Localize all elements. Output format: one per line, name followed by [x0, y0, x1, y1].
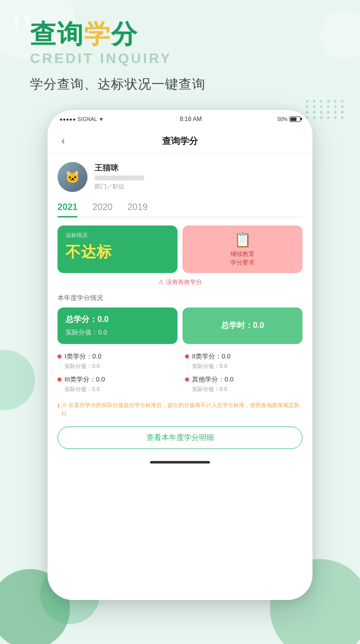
credit-item-3-sub: 实际分值：0.0 — [58, 386, 175, 393]
nav-title: 查询学分 — [162, 135, 198, 147]
header-area: 查询学分 CREDIT INQUIRY 学分查询、达标状况一键查询 — [30, 20, 206, 93]
status-battery: 50% — [278, 116, 300, 122]
user-avatar: 🐱 — [58, 162, 88, 192]
view-detail-button[interactable]: 查看本年度学分明细 — [58, 426, 302, 449]
page-title-en: CREDIT INQUIRY — [30, 50, 206, 66]
credit-item-2-sub: 实际分值：0.0 — [185, 362, 302, 370]
credit-item-3: III类学分：0.0 实际分值：0.0 — [58, 375, 175, 393]
user-profile: 🐱 王猫咪 部门／职位 — [58, 162, 302, 192]
status-card-green: 达标情况 不达标 — [58, 226, 178, 273]
nav-bar: ‹ 查询学分 — [48, 128, 312, 154]
year-tab-2021[interactable]: 2021 — [58, 202, 78, 216]
bg-circle-left — [0, 350, 35, 410]
warning-icon: ⚠ — [158, 278, 164, 286]
status-time: 8:16 AM — [180, 116, 202, 122]
status-card-pink: 📋 继续教育 学分要求 — [182, 226, 302, 273]
credit-item-2: II类学分：0.0 实际分值：0.0 — [185, 352, 302, 370]
status-card-label: 达标情况 — [66, 232, 170, 239]
red-dot-1 — [58, 354, 62, 358]
page-subtitle: 学分查询、达标状况一键查询 — [30, 76, 206, 93]
home-indicator — [58, 457, 302, 468]
status-signal: ●●●●● SIGNAL ▼ — [60, 116, 104, 122]
total-hours-value: 总学时：0.0 — [221, 320, 264, 331]
user-id-placeholder — [94, 176, 144, 180]
battery-fill — [290, 118, 296, 121]
total-hours-card: 总学时：0.0 — [182, 308, 302, 344]
year-tabs: 2021 2020 2019 — [58, 202, 302, 218]
red-dot-2 — [185, 354, 189, 358]
year-tab-2019[interactable]: 2019 — [128, 202, 148, 216]
credit-item-3-title: III类学分：0.0 — [58, 375, 175, 384]
back-button[interactable]: ‹ — [58, 131, 69, 150]
credit-req-icon: 📋 — [234, 232, 252, 248]
credit-item-4-title: 其他学分：0.0 — [185, 375, 302, 384]
status-bar: ●●●●● SIGNAL ▼ 8:16 AM 50% — [48, 110, 312, 128]
no-credit-notice: ⚠ 没有有效学分 — [58, 278, 302, 286]
home-bar — [150, 461, 210, 464]
total-credit-card: 总学分：0.0 实际分值：0.0 — [58, 308, 178, 344]
user-info: 王猫咪 部门／职位 — [94, 163, 302, 191]
notice-icon: ℹ — [58, 402, 60, 418]
summary-section-title: 本年度学分情况 — [58, 294, 302, 302]
bg-dots — [306, 100, 345, 119]
notice-text: ℹ ※ 在某些学分的实际分值超出学分标准后，超出的分值将不计入总学分标准，按照各… — [58, 401, 302, 418]
battery-icon — [290, 116, 300, 122]
status-cards: 达标情况 不达标 📋 继续教育 学分要求 — [58, 226, 302, 273]
credit-item-1-title: I类学分：0.0 — [58, 352, 175, 361]
avatar-image: 🐱 — [58, 162, 88, 192]
credit-item-4: 其他学分：0.0 实际分值：0.0 — [185, 375, 302, 393]
user-name: 王猫咪 — [94, 163, 302, 174]
credit-detail-grid: I类学分：0.0 实际分值：0.0 II类学分：0.0 实际分值：0.0 III… — [58, 352, 302, 393]
year-tab-2020[interactable]: 2020 — [92, 202, 112, 216]
credit-req-desc: 继续教育 学分要求 — [230, 250, 254, 267]
phone-content: 🐱 王猫咪 部门／职位 2021 2020 2019 达标情况 不达标 📋 — [48, 154, 312, 600]
credit-item-1-sub: 实际分值：0.0 — [58, 362, 175, 370]
red-dot-4 — [185, 378, 189, 382]
status-card-value: 不达标 — [66, 242, 170, 262]
summary-cards: 总学分：0.0 实际分值：0.0 总学时：0.0 — [58, 308, 302, 344]
actual-credit-value: 实际分值：0.0 — [66, 328, 170, 337]
user-dept: 部门／职位 — [94, 182, 302, 191]
page-title-zh: 查询学分 — [30, 20, 206, 48]
phone-mockup: ●●●●● SIGNAL ▼ 8:16 AM 50% ‹ 查询学分 🐱 王猫咪 … — [48, 110, 312, 600]
credit-item-4-sub: 实际分值：0.0 — [185, 386, 302, 393]
total-credit-value: 总学分：0.0 — [66, 314, 170, 325]
user-id-row — [94, 176, 302, 180]
credit-item-1: I类学分：0.0 实际分值：0.0 — [58, 352, 175, 370]
title-highlight: 学 — [84, 20, 111, 48]
bg-circle-tr — [320, 10, 360, 60]
red-dot-3 — [58, 378, 62, 382]
credit-item-2-title: II类学分：0.0 — [185, 352, 302, 361]
